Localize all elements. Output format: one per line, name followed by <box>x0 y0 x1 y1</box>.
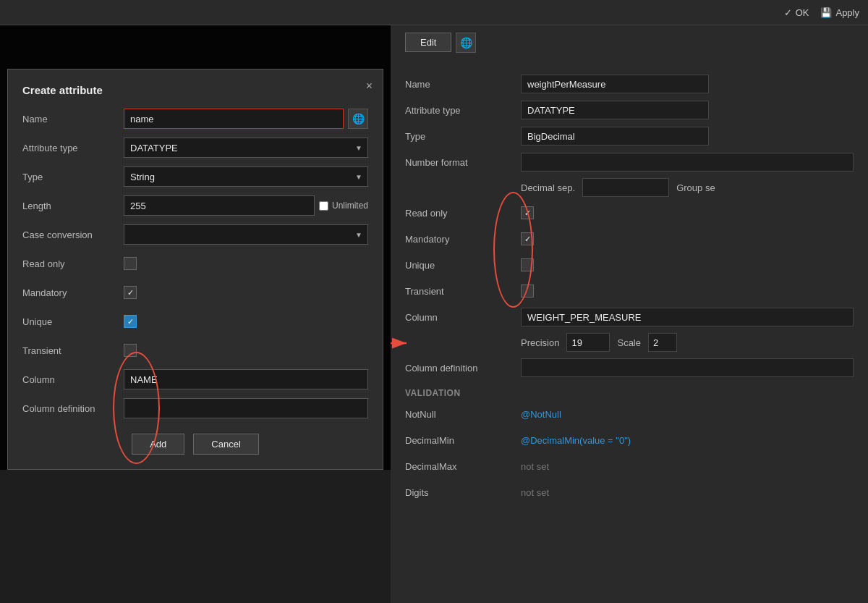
mandatory-row: Mandatory ✓ <box>22 282 368 303</box>
type-select[interactable]: String <box>124 166 368 187</box>
left-overlay: Create attribute × Name 🌐 Attribute type… <box>0 25 391 470</box>
right-attribute-type-value: DATATYPE <box>521 101 709 119</box>
decimal-max-row: DecimalMax not set <box>405 456 854 476</box>
read-only-row: Read only <box>22 253 368 274</box>
edit-button[interactable]: Edit <box>405 33 451 52</box>
create-attribute-dialog: Create attribute × Name 🌐 Attribute type… <box>7 69 383 470</box>
digits-label: Digits <box>405 487 521 498</box>
right-mandatory-checkbox[interactable]: ✓ <box>521 232 534 245</box>
right-type-label: Type <box>405 131 521 142</box>
decimal-max-label: DecimalMax <box>405 461 521 472</box>
right-precision-row: Precision Scale <box>405 333 854 352</box>
right-transient-row: Transient <box>405 281 854 301</box>
right-column-value: WEIGHT_PER_MEASURE <box>521 308 854 326</box>
right-scale-input[interactable] <box>648 333 677 352</box>
right-mandatory-checkmark-icon: ✓ <box>524 235 531 243</box>
name-row: Name 🌐 <box>22 108 368 130</box>
name-globe-button[interactable]: 🌐 <box>348 109 368 129</box>
not-null-label: NotNull <box>405 409 521 420</box>
right-unique-label: Unique <box>405 260 521 271</box>
case-conversion-row: Case conversion ▼ <box>22 224 368 245</box>
column-definition-input[interactable] <box>124 398 368 418</box>
apply-label: Apply <box>835 7 859 18</box>
ok-checkmark-icon: ✓ <box>784 7 792 18</box>
right-column-definition-label: Column definition <box>405 363 521 374</box>
column-definition-label: Column definition <box>22 403 124 414</box>
unique-checkmark-icon: ✓ <box>127 318 134 326</box>
read-only-control <box>124 257 368 270</box>
red-arrow-annotation <box>391 334 412 352</box>
unlimited-checkbox[interactable] <box>319 201 328 211</box>
dialog-footer: Add Cancel <box>22 434 368 455</box>
right-name-label: Name <box>405 79 521 90</box>
right-type-value: BigDecimal <box>521 127 709 146</box>
attribute-type-select[interactable]: DATATYPE <box>124 138 368 158</box>
right-decimal-sep-label: Decimal sep. <box>521 182 575 193</box>
right-number-format-row: Number format <box>405 152 854 172</box>
digits-row: Digits not set <box>405 482 854 502</box>
right-read-only-checkmark-icon: ✓ <box>524 209 531 217</box>
right-number-format-label: Number format <box>405 157 521 168</box>
right-unique-checkbox[interactable] <box>521 258 534 271</box>
unique-checkbox[interactable]: ✓ <box>124 315 137 328</box>
transient-label: Transient <box>22 345 124 356</box>
decimal-min-row: DecimalMin @DecimalMin(value = "0") <box>405 430 854 450</box>
right-decimal-sep-row: Decimal sep. Group se <box>405 178 854 197</box>
right-read-only-checkbox[interactable]: ✓ <box>521 206 534 219</box>
column-control <box>124 369 368 389</box>
right-column-label: Column <box>405 312 521 323</box>
attribute-type-control: DATATYPE ▼ <box>124 138 368 158</box>
unique-label: Unique <box>22 316 124 327</box>
close-button[interactable]: × <box>366 80 373 93</box>
right-type-row: Type BigDecimal <box>405 126 854 146</box>
transient-checkbox[interactable] <box>124 344 137 357</box>
right-name-value: weightPerMeasure <box>521 75 709 93</box>
cancel-button[interactable]: Cancel <box>193 434 258 455</box>
ok-button[interactable]: ✓ OK <box>784 7 809 18</box>
mandatory-checkmark-icon: ✓ <box>127 289 134 297</box>
right-attribute-type-row: Attribute type DATATYPE <box>405 100 854 120</box>
right-group-sep-label: Group se <box>676 182 715 193</box>
length-input[interactable] <box>124 195 315 216</box>
right-precision-input[interactable] <box>566 333 610 352</box>
column-input[interactable] <box>124 369 368 389</box>
type-select-wrapper: String ▼ <box>124 166 368 187</box>
case-conversion-select[interactable] <box>124 224 368 245</box>
column-definition-row: Column definition <box>22 397 368 419</box>
apply-disk-icon: 💾 <box>820 7 832 18</box>
transient-control <box>124 344 368 357</box>
right-attribute-type-label: Attribute type <box>405 105 521 116</box>
right-panel: Edit 🌐 Name weightPerMeasure Attribute t… <box>391 25 868 603</box>
name-input[interactable] <box>124 109 344 129</box>
decimal-min-value: @DecimalMin(value = "0") <box>521 435 631 446</box>
apply-button[interactable]: 💾 Apply <box>820 7 859 18</box>
right-column-definition-row: Column definition <box>405 358 854 378</box>
right-transient-checkbox[interactable] <box>521 284 534 298</box>
case-conversion-label: Case conversion <box>22 229 124 240</box>
type-control: String ▼ <box>124 166 368 187</box>
dialog-title: Create attribute <box>22 84 368 96</box>
length-row: Length Unlimited <box>22 195 368 216</box>
not-null-value: @NotNull <box>521 409 561 420</box>
unlimited-label[interactable]: Unlimited <box>319 201 368 211</box>
right-unique-row: Unique <box>405 255 854 275</box>
case-conversion-control: ▼ <box>124 224 368 245</box>
type-row: Type String ▼ <box>22 166 368 187</box>
right-globe-button[interactable]: 🌐 <box>456 33 476 53</box>
column-row: Column <box>22 368 368 390</box>
case-conversion-select-wrapper: ▼ <box>124 224 368 245</box>
edit-btn-row: Edit 🌐 <box>405 33 854 64</box>
right-decimal-inner: Decimal sep. Group se <box>521 178 854 197</box>
name-label: Name <box>22 114 124 125</box>
right-column-definition-value <box>521 358 854 377</box>
mandatory-checkbox[interactable]: ✓ <box>124 286 137 299</box>
top-bar: ✓ OK 💾 Apply <box>0 0 868 25</box>
unique-control: ✓ <box>124 315 368 328</box>
add-button[interactable]: Add <box>132 434 184 455</box>
right-read-only-row: Read only ✓ <box>405 203 854 223</box>
digits-value: not set <box>521 487 549 498</box>
right-transient-label: Transient <box>405 286 521 297</box>
decimal-min-label: DecimalMin <box>405 435 521 446</box>
read-only-checkbox[interactable] <box>124 257 137 270</box>
right-name-row: Name weightPerMeasure <box>405 74 854 94</box>
